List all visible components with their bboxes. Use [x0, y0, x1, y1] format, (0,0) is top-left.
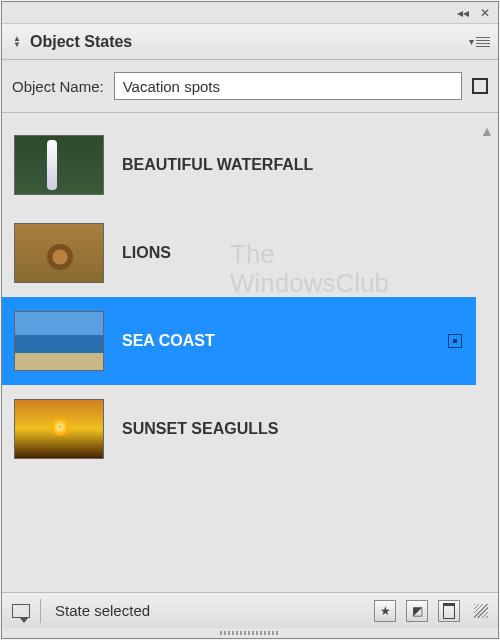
panel-header: ▲▼ Object States ▾ — [2, 24, 498, 60]
state-thumbnail — [14, 311, 104, 371]
state-label: LIONS — [122, 244, 464, 262]
object-states-panel: ◂◂ ✕ ▲▼ Object States ▾ Object Name: BEA… — [1, 1, 499, 639]
state-thumbnail — [14, 135, 104, 195]
panel-footer: State selected ★ ◩ — [2, 592, 498, 628]
object-name-label: Object Name: — [12, 78, 104, 95]
state-item-lions[interactable]: LIONS — [2, 209, 476, 297]
new-state-button[interactable]: ◩ — [406, 600, 428, 622]
collapse-icon[interactable]: ◂◂ — [456, 6, 470, 20]
object-frame-icon[interactable] — [472, 78, 488, 94]
state-thumbnail — [14, 223, 104, 283]
states-list: BEAUTIFUL WATERFALL LIONS SEA COAST SUNS… — [2, 113, 476, 592]
delete-state-button[interactable] — [438, 600, 460, 622]
states-container: BEAUTIFUL WATERFALL LIONS SEA COAST SUNS… — [2, 113, 498, 592]
panel-drag-grip[interactable] — [2, 628, 498, 638]
state-item-waterfall[interactable]: BEAUTIFUL WATERFALL — [2, 121, 476, 209]
divider — [40, 599, 41, 623]
preview-spread-button[interactable] — [12, 604, 30, 618]
state-label: SUNSET SEAGULLS — [122, 420, 464, 438]
state-label: BEAUTIFUL WATERFALL — [122, 156, 464, 174]
state-item-sunset[interactable]: SUNSET SEAGULLS — [2, 385, 476, 473]
active-state-icon — [446, 332, 464, 350]
state-thumbnail — [14, 399, 104, 459]
panel-window-controls: ◂◂ ✕ — [2, 2, 498, 24]
expand-collapse-icon[interactable]: ▲▼ — [10, 36, 24, 48]
state-label: SEA COAST — [122, 332, 428, 350]
object-name-input[interactable] — [114, 72, 462, 100]
scroll-up-icon[interactable]: ▲ — [480, 123, 494, 139]
convert-selection-button[interactable]: ★ — [374, 600, 396, 622]
state-item-sea-coast[interactable]: SEA COAST — [2, 297, 476, 385]
close-icon[interactable]: ✕ — [478, 6, 492, 20]
flyout-menu-button[interactable]: ▾ — [469, 36, 490, 47]
scrollbar[interactable]: ▲ — [476, 113, 498, 592]
panel-title: Object States — [30, 33, 469, 51]
resize-grip-icon[interactable] — [474, 604, 488, 618]
status-text: State selected — [51, 602, 364, 619]
object-name-row: Object Name: — [2, 60, 498, 113]
